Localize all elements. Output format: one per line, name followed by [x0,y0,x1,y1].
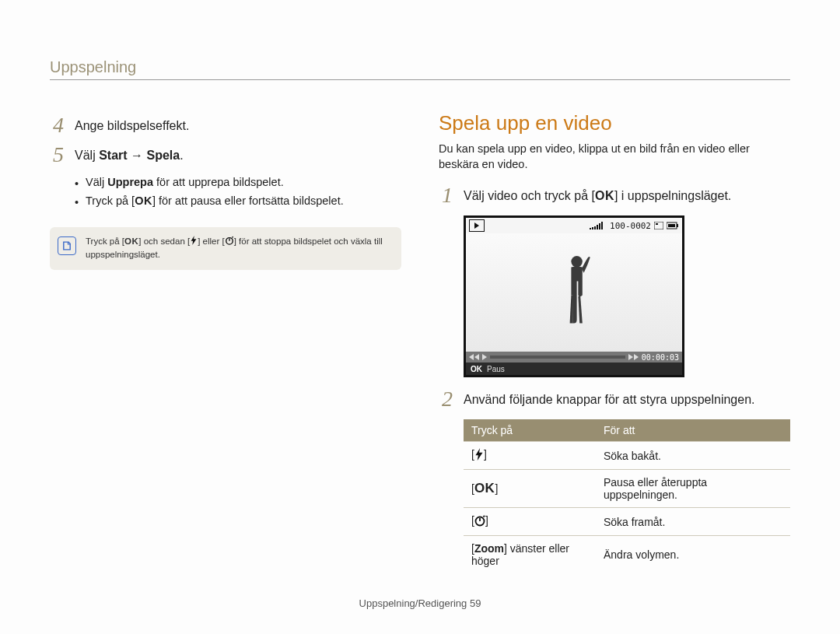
step-number: 5 [50,144,67,166]
svg-rect-8 [656,223,658,225]
step-number: 4 [50,114,67,136]
ok-icon: OK [124,235,138,247]
note-box: Tryck på [OK] och sedan [] eller [] för … [50,227,401,270]
seek-back-icon [469,354,474,360]
svg-rect-10 [677,224,678,227]
svg-rect-11 [668,224,675,227]
footer-page: 59 [470,597,481,609]
ok-icon: OK [474,481,495,496]
table-row: [OK] Pausa eller återuppta uppspelningen… [464,470,790,508]
t: ] och sedan [ [138,236,190,246]
timer-icon [474,514,485,529]
controls-table: Tryck på För att [] Söka bakåt. [OK] [464,419,790,573]
zoom-label: Zoom [474,542,504,555]
paus-label: Paus [487,365,505,373]
svg-rect-3 [594,226,596,229]
svg-rect-6 [601,222,603,229]
step-text: Välj Start → Spela. [75,145,401,164]
video-status-bar: 100-0002 [466,218,682,233]
flash-icon [190,236,198,248]
play-icon [482,354,487,360]
note-text: Tryck på [OK] och sedan [] eller [] för … [86,235,390,261]
frame-counter: 100-0002 [610,221,651,231]
table-cell: Söka bakåt. [596,442,790,470]
sub-bullets: Välj Upprepa för att upprepa bildspelet.… [75,175,401,210]
t: Välj [86,176,107,188]
progress-track [490,356,625,359]
text-suffix: . [180,149,183,162]
right-column: Spela upp en video Du kan spela upp en v… [439,116,790,573]
video-progress-bar: 00:00:03 [466,352,682,363]
table-header-to: För att [596,419,790,442]
svg-rect-2 [592,227,593,229]
t: Tryck på [ [86,194,135,207]
svg-rect-5 [599,223,600,229]
divider [50,79,790,80]
step-text: Använd följande knappar för att styra up… [464,390,790,408]
page-footer: Uppspelning/Redigering 59 [0,597,840,609]
seek-back-icon [474,354,479,360]
t: Upprepa [107,176,153,188]
note-icon [58,236,76,255]
table-cell: Pausa eller återuppta uppspelningen. [596,470,790,508]
section-title: Uppspelning [50,58,790,76]
flash-icon [474,448,484,463]
t: ] eller [ [198,236,225,246]
bullet-text: Välj Upprepa för att upprepa bildspelet. [86,175,284,192]
table-row: [Zoom] vänster eller höger Ändra volymen… [464,536,790,574]
bullet-text: Tryck på [OK] för att pausa eller fortsä… [86,194,344,211]
time-readout: 00:00:03 [642,353,679,362]
table-row: [] Söka bakåt. [464,442,790,470]
left-column: 4 Ange bildspelseffekt. 5 Välj Start → S… [50,116,401,573]
bullet-dot [75,194,79,211]
video-canvas [466,233,682,352]
timer-icon [225,236,234,248]
t: för att upprepa bildspelet. [153,176,284,188]
ok-icon: OK [595,187,614,205]
intro-text: Du kan spela upp en video, klippa ut en … [439,142,790,172]
text-bold: Start → Spela [99,149,180,162]
step-text: Ange bildspelseffekt. [75,116,401,135]
step-number: 1 [439,184,456,206]
footer-text: Uppspelning/Redigering [359,597,467,609]
svg-rect-4 [597,225,598,229]
bracket: ] [484,448,487,461]
svg-rect-1 [590,228,591,229]
ok-label: OK [471,365,482,373]
t: ] för att pausa eller fortsätta bildspel… [152,194,344,207]
ok-bar: OK Paus [466,363,682,375]
bullet-2: Tryck på [OK] för att pausa eller fortsä… [75,194,401,211]
heading: Spela upp en video [439,111,790,135]
step-2: 2 Använd följande knappar för att styra … [439,390,790,410]
table-cell: Söka framåt. [596,508,790,536]
bracket: ] [485,514,488,527]
svg-point-12 [571,256,582,267]
step-number: 2 [439,388,456,410]
table-header-press: Tryck på [464,419,596,442]
step-5: 5 Välj Start → Spela. [50,145,401,166]
figure-silhouette [563,252,591,345]
text-prefix: Välj [75,149,99,162]
table-cell: Ändra volymen. [596,536,790,574]
seek-fwd-icon [634,354,639,360]
t: Tryck på [ [86,236,124,246]
storage-icon [654,222,663,229]
step-4: 4 Ange bildspelseffekt. [50,116,401,136]
play-mode-icon [469,219,485,232]
t: ] i uppspelningsläget. [614,189,731,202]
table-row: [] Söka framåt. [464,508,790,536]
ok-icon: OK [135,194,152,209]
video-preview-frame: 100-0002 [464,215,684,377]
battery-icon [667,222,679,229]
step-1: 1 Välj video och tryck på [OK] i uppspel… [439,186,790,206]
bullet-dot [75,175,79,192]
step-text: Välj video och tryck på [OK] i uppspelni… [464,186,790,205]
bullet-1: Välj Upprepa för att upprepa bildspelet. [75,175,401,192]
bracket: ] [495,482,498,495]
seek-fwd-icon [628,354,633,360]
signal-icon [590,222,607,229]
svg-rect-7 [654,222,663,229]
t: Välj video och tryck på [ [464,189,595,202]
